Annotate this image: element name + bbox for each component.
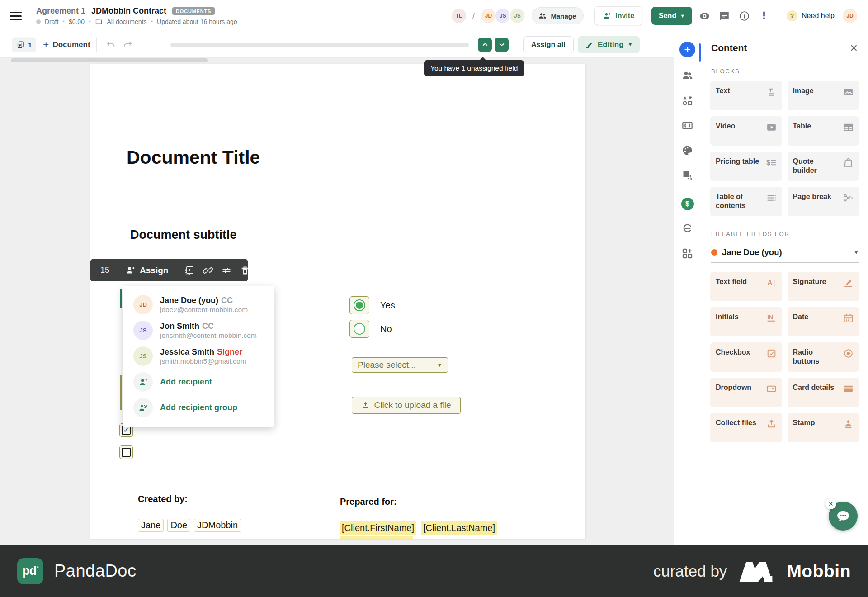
block-card-table[interactable]: Table [788,116,859,146]
updated-label: Updated about 16 hours ago [157,18,237,25]
documents-badge: DOCUMENTS [172,7,215,15]
workflow-icon[interactable] [681,168,694,182]
block-card-page-break[interactable]: Page break [788,187,859,216]
recipient-selector[interactable]: Jane Doe (you) ▼ [711,247,859,263]
canvas-column: 1 + Document [0,32,674,545]
variable-token[interactable]: [Client.LastName] [421,521,497,535]
question-icon: ? [787,10,797,21]
radio-option-yes: Yes [349,296,395,314]
send-button[interactable]: Send ▼ [651,7,692,25]
duplicate-block-icon[interactable] [184,265,195,276]
checkbox-icon [766,348,777,359]
variable-token[interactable]: [Client.Company] [340,536,413,539]
page-break-scissors-icon [843,192,854,204]
folder-icon [95,18,103,26]
recipient-option[interactable]: JS Jon SmithCC jonsmith@content-mobbin.c… [123,317,274,343]
field-card-radio-buttons[interactable]: Radio buttons [788,342,859,372]
comments-icon[interactable] [717,8,732,24]
block-card-table-of-contents[interactable]: Table of contents [710,187,782,216]
chevron-down-icon[interactable] [495,38,509,52]
document-subtitle[interactable]: Document subtitle [130,228,237,242]
avatar[interactable]: TL [451,8,467,24]
invite-button[interactable]: Invite [594,6,642,25]
document-title[interactable]: Document Title [127,147,260,168]
field-card-signature[interactable]: Signature [788,272,859,301]
variable-token[interactable]: JDMobbin [194,519,241,532]
invite-label: Invite [615,12,634,20]
variable-token[interactable]: Doe [167,519,190,532]
select-field[interactable]: Please select... ▼ [352,357,448,373]
pricing-dollar-icon[interactable]: $ [681,198,694,210]
field-card-checkbox[interactable]: Checkbox [710,342,782,372]
page-title[interactable]: JDMobbin Contract [91,6,166,16]
add-recipient-button[interactable]: Add recipient [123,369,274,395]
horizontal-scrollbar[interactable] [11,58,208,62]
field-card-date[interactable]: Date [788,307,859,336]
sliders-icon[interactable] [221,265,232,276]
link-icon[interactable] [202,265,214,276]
attachment-icon[interactable] [681,222,694,235]
add-recipient-group-button[interactable]: Add recipient group [123,395,274,421]
block-card-pricing-table[interactable]: Pricing table $ [710,152,782,181]
breadcrumb[interactable]: Agreement 1 [36,6,85,16]
variable-token[interactable]: [Client.FirstName] [340,521,416,535]
close-icon[interactable]: ✕ [825,498,836,509]
trash-icon[interactable] [239,265,251,276]
manage-button[interactable]: Manage [532,7,584,24]
redo-icon[interactable] [120,37,136,52]
recipient-option[interactable]: JD Jane Doe (you)CC jdoe2@content-mobbin… [123,292,274,317]
need-help-button[interactable]: ? Need help [787,10,835,21]
add-content-icon[interactable]: + [679,42,695,57]
checkbox-field-unchecked[interactable] [119,445,133,459]
variable-token[interactable]: Jane [138,519,164,532]
field-card-text-field[interactable]: Text field A [710,272,782,301]
avatar[interactable]: JS [495,8,511,24]
profile-avatar[interactable]: JD [842,8,858,24]
field-count: 15 [100,265,109,275]
integrations-icon[interactable] [681,246,694,260]
info-icon[interactable] [736,8,752,24]
avatar: JS [133,321,153,340]
block-card-text[interactable]: Text [710,81,782,110]
mobbin-logo [739,561,775,582]
recipient-color-dot [711,249,717,256]
assign-button[interactable]: Assign [125,265,168,275]
chevron-up-icon[interactable] [478,38,492,52]
video-play-icon [766,122,777,133]
radio-button[interactable] [349,320,369,338]
field-card-initials[interactable]: Initials IN [710,307,782,336]
block-card-quote-builder[interactable]: Quote builder [788,152,859,181]
field-card-stamp[interactable]: Stamp [788,413,859,442]
avatar[interactable]: JD [480,8,496,24]
theme-palette-icon[interactable] [681,143,694,157]
fields-grid: Text field A Signature Initials IN [710,272,859,442]
undo-icon[interactable] [103,37,118,52]
block-card-image[interactable]: Image [788,81,859,110]
folder-label[interactable]: All documents [107,18,147,25]
preview-eye-icon[interactable] [697,8,712,24]
upload-file-button[interactable]: Click to upload a file [352,397,461,414]
signature-icon [843,277,854,289]
assign-all-button[interactable]: Assign all [523,36,574,53]
close-icon[interactable]: ✕ [850,43,858,53]
field-card-collect-files[interactable]: Collect files [710,413,782,442]
design-elements-icon[interactable] [681,94,694,107]
send-label: Send [659,12,676,20]
variables-icon[interactable] [681,118,694,132]
add-document-button[interactable]: + Document [43,38,90,51]
editing-mode-button[interactable]: Editing ▼ [578,36,640,53]
recipient-option[interactable]: JS Jessica SmithSigner jsmith.mobbin5@gm… [123,343,274,369]
field-card-card-details[interactable]: Card details [788,378,859,407]
recipients-menu: JD Jane Doe (you)CC jdoe2@content-mobbin… [123,286,274,427]
field-card-dropdown[interactable]: Dropdown [710,378,782,407]
menu-icon[interactable] [10,12,22,20]
chevron-down-icon: ▼ [437,363,442,368]
block-card-video[interactable]: Video [710,116,782,146]
pages-button[interactable]: 1 [12,37,36,52]
kebab-menu-icon[interactable]: ⋮ [756,8,772,24]
svg-text:IN: IN [767,314,773,321]
recipients-icon[interactable] [681,69,694,82]
curated-by-label: curated by [653,562,727,580]
avatar[interactable]: JS [509,8,525,24]
radio-button[interactable] [349,296,369,314]
